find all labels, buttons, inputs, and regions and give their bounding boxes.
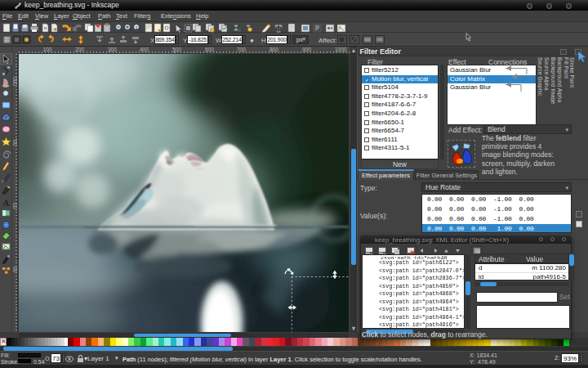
- svg-text:T: T: [275, 23, 282, 33]
- svg-text:A: A: [3, 198, 10, 208]
